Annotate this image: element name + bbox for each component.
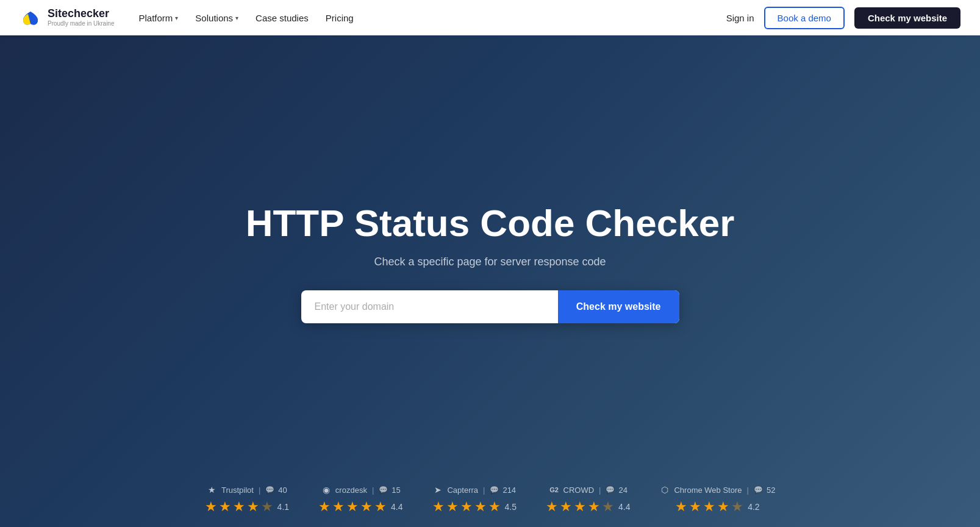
logo-icon	[20, 7, 41, 29]
chevron-down-icon: ▾	[175, 15, 178, 21]
crozdesk-header: ◉ crozdesk | 💬 15	[321, 484, 401, 495]
comment-icon: 💬	[490, 486, 499, 494]
capterra-score: 4.5	[505, 502, 517, 512]
crozdesk-count: 15	[392, 486, 400, 495]
g2crowd-label: CROWD	[563, 486, 595, 495]
g2crowd-stars: ★ ★ ★ ★ ★ 4.4	[546, 499, 630, 515]
hero-section: HTTP Status Code Checker Check a specifi…	[0, 0, 980, 527]
nav-pricing[interactable]: Pricing	[326, 13, 354, 23]
g2crowd-header: G2 CROWD | 💬 24	[549, 484, 628, 495]
chrome-count: 52	[767, 486, 775, 495]
trustpilot-count: 40	[278, 486, 287, 495]
capterra-label: Capterra	[447, 486, 478, 495]
capterra-header: ➤ Capterra | 💬 214	[432, 484, 516, 495]
trustpilot-stars: ★ ★ ★ ★ ★ 4.1	[205, 499, 289, 515]
chrome-label: Chrome Web Store	[674, 486, 742, 495]
chrome-stars: ★ ★ ★ ★ ★ 4.2	[675, 499, 759, 515]
logo-text: Sitechecker Proudly made in Ukraine	[48, 8, 115, 27]
g2crowd-count: 24	[618, 486, 627, 495]
domain-input[interactable]	[301, 290, 558, 323]
nav-platform[interactable]: Platform ▾	[139, 13, 179, 23]
search-bar: Check my website	[301, 290, 679, 323]
comment-icon: 💬	[379, 486, 388, 494]
navbar: Sitechecker Proudly made in Ukraine Plat…	[0, 0, 980, 35]
g2crowd-icon: G2	[549, 484, 560, 495]
logo-name: Sitechecker	[48, 8, 115, 20]
chrome-header: ⬡ Chrome Web Store | 💬 52	[659, 484, 775, 495]
crozdesk-label: crozdesk	[335, 486, 367, 495]
logo[interactable]: Sitechecker Proudly made in Ukraine	[20, 7, 115, 29]
capterra-stars: ★ ★ ★ ★ ★ 4.5	[432, 499, 517, 515]
hero-content: HTTP Status Code Checker Check a specifi…	[246, 203, 735, 323]
capterra-icon: ➤	[432, 484, 443, 495]
trustpilot-score: 4.1	[277, 502, 289, 512]
crozdesk-stars: ★ ★ ★ ★ ★ 4.4	[318, 499, 402, 515]
crozdesk-score: 4.4	[391, 502, 402, 512]
rating-capterra: ➤ Capterra | 💬 214 ★ ★ ★ ★ ★ 4.5	[432, 484, 517, 515]
capterra-count: 214	[503, 486, 516, 495]
chevron-down-icon: ▾	[235, 15, 238, 21]
trustpilot-label: Trustpilot	[221, 486, 254, 495]
comment-icon: 💬	[754, 486, 763, 494]
ratings-bar: ★ Trustpilot | 💬 40 ★ ★ ★ ★ ★ 4.1 ◉ croz…	[0, 484, 980, 515]
check-website-nav-button[interactable]: Check my website	[854, 7, 960, 29]
chrome-icon: ⬡	[659, 484, 670, 495]
nav-actions: Sign in Book a demo Check my website	[726, 7, 960, 29]
signin-link[interactable]: Sign in	[726, 13, 754, 23]
rating-g2crowd: G2 CROWD | 💬 24 ★ ★ ★ ★ ★ 4.4	[546, 484, 630, 515]
comment-icon: 💬	[606, 486, 615, 494]
g2crowd-score: 4.4	[618, 502, 630, 512]
crozdesk-icon: ◉	[321, 484, 332, 495]
hero-title: HTTP Status Code Checker	[246, 203, 735, 244]
comment-icon: 💬	[265, 486, 274, 494]
trustpilot-icon: ★	[207, 484, 218, 495]
nav-case-studies[interactable]: Case studies	[256, 13, 309, 23]
chrome-score: 4.2	[748, 502, 759, 512]
rating-crozdesk: ◉ crozdesk | 💬 15 ★ ★ ★ ★ ★ 4.4	[318, 484, 402, 515]
logo-tagline: Proudly made in Ukraine	[48, 20, 115, 27]
trustpilot-header: ★ Trustpilot | 💬 40	[207, 484, 287, 495]
check-website-button[interactable]: Check my website	[558, 290, 679, 323]
hero-subtitle: Check a specific page for server respons…	[374, 256, 606, 268]
rating-trustpilot: ★ Trustpilot | 💬 40 ★ ★ ★ ★ ★ 4.1	[205, 484, 289, 515]
nav-links: Platform ▾ Solutions ▾ Case studies Pric…	[139, 13, 726, 23]
book-demo-button[interactable]: Book a demo	[764, 7, 845, 29]
rating-chrome-web-store: ⬡ Chrome Web Store | 💬 52 ★ ★ ★ ★ ★ 4.2	[659, 484, 775, 515]
nav-solutions[interactable]: Solutions ▾	[195, 13, 238, 23]
